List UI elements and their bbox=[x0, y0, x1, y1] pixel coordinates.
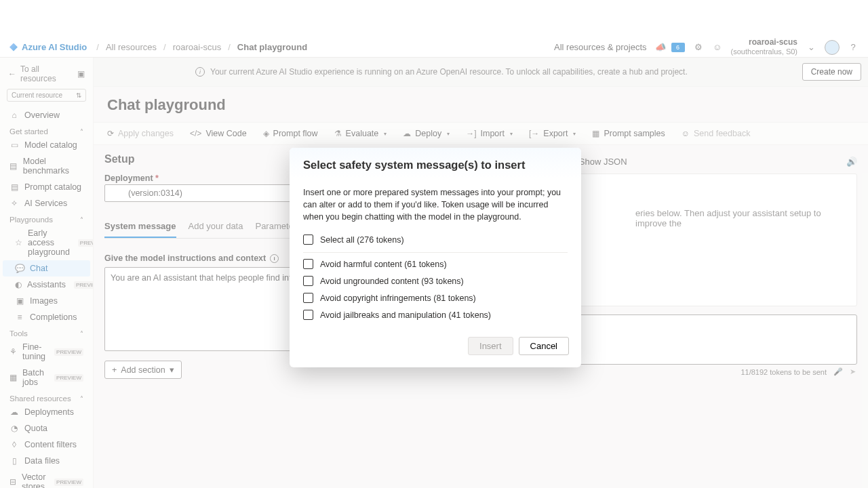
option-ungrounded[interactable]: Avoid ungrounded content (93 tokens) bbox=[303, 272, 568, 289]
checkbox[interactable] bbox=[303, 259, 313, 269]
label: Avoid harmful content (61 tokens) bbox=[320, 260, 447, 269]
label: Avoid copyright infringements (81 tokens… bbox=[320, 293, 476, 303]
modal-title: Select safety system message(s) to inser… bbox=[303, 159, 568, 171]
cancel-button[interactable]: Cancel bbox=[519, 337, 569, 355]
checkbox[interactable] bbox=[303, 276, 313, 286]
safety-messages-modal: Select safety system message(s) to inser… bbox=[290, 148, 581, 367]
modal-description: Insert one or more prepared system messa… bbox=[303, 186, 568, 223]
checkbox[interactable] bbox=[303, 293, 313, 303]
option-harmful[interactable]: Avoid harmful content (61 tokens) bbox=[303, 256, 568, 272]
option-jailbreak[interactable]: Avoid jailbreaks and manipulation (41 to… bbox=[303, 306, 568, 323]
checkbox[interactable] bbox=[303, 310, 313, 320]
modal-footer: Insert Cancel bbox=[290, 327, 581, 367]
checkbox[interactable] bbox=[303, 235, 313, 245]
option-copyright[interactable]: Avoid copyright infringements (81 tokens… bbox=[303, 289, 568, 306]
select-all-label: Select all (276 tokens) bbox=[320, 235, 404, 245]
modal-header: Select safety system message(s) to inser… bbox=[290, 148, 581, 180]
modal-body: Insert one or more prepared system messa… bbox=[290, 180, 581, 327]
divider bbox=[303, 252, 568, 253]
insert-button[interactable]: Insert bbox=[468, 337, 513, 355]
label: Avoid jailbreaks and manipulation (41 to… bbox=[320, 310, 491, 320]
label: Avoid ungrounded content (93 tokens) bbox=[320, 277, 464, 286]
select-all-row[interactable]: Select all (276 tokens) bbox=[303, 231, 568, 248]
